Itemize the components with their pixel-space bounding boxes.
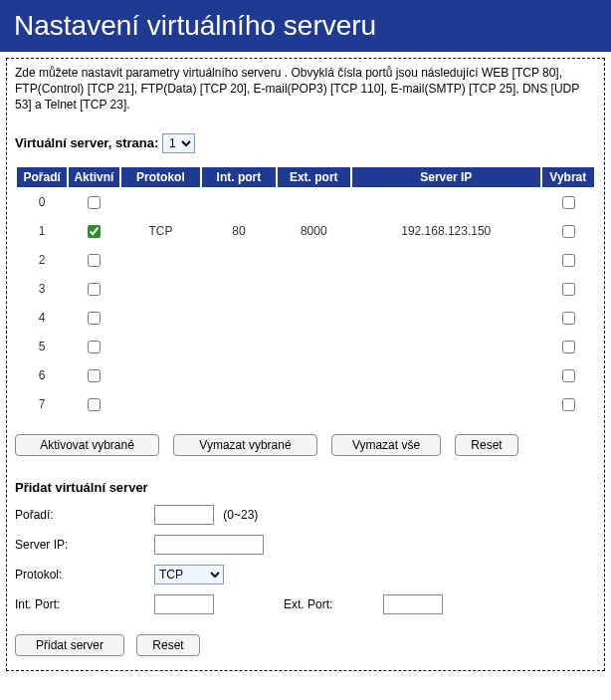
cell-int-port xyxy=(202,276,275,303)
page-select-label: Virtuální server, strana: xyxy=(15,135,158,150)
cell-server-ip xyxy=(352,305,540,332)
cell-index: 4 xyxy=(17,305,67,332)
add-buttons: Přidat server Reset xyxy=(15,634,596,656)
cell-protocol xyxy=(121,305,201,332)
cell-protocol xyxy=(121,276,201,303)
table-row: 5 xyxy=(17,334,594,360)
cell-server-ip xyxy=(352,189,540,216)
cell-server-ip xyxy=(352,247,540,274)
th-int-port: Int. port xyxy=(202,167,275,187)
cell-ext-port xyxy=(278,189,350,216)
cell-index: 3 xyxy=(17,276,67,303)
cell-index: 5 xyxy=(17,334,67,360)
content-panel: Zde můžete nastavit parametry virtuálníh… xyxy=(6,58,605,671)
select-checkbox[interactable] xyxy=(562,225,575,238)
table-row: 2 xyxy=(17,247,594,274)
ext-port-label: Ext. Port: xyxy=(284,597,383,611)
int-port-input[interactable] xyxy=(154,594,214,614)
page-select-row: Virtuální server, strana: 1 xyxy=(15,133,596,153)
cell-protocol xyxy=(121,189,201,216)
select-checkbox[interactable] xyxy=(562,369,575,382)
th-ext-port: Ext. port xyxy=(278,167,350,187)
select-checkbox[interactable] xyxy=(562,254,575,267)
add-server-button[interactable]: Přidat server xyxy=(15,634,124,656)
cell-index: 2 xyxy=(17,247,67,274)
active-checkbox[interactable] xyxy=(88,254,101,267)
clear-selected-button[interactable]: Vymazat vybrané xyxy=(173,434,317,456)
cell-ext-port xyxy=(278,247,350,274)
cell-int-port xyxy=(202,362,275,389)
cell-ext-port xyxy=(278,362,350,389)
protocol-select[interactable]: TCP xyxy=(154,565,224,584)
activate-selected-button[interactable]: Aktivovat vybrané xyxy=(15,434,159,456)
th-select: Vybrat xyxy=(542,167,594,187)
table-row: 0 xyxy=(17,189,594,216)
protocol-label: Protokol: xyxy=(15,568,154,582)
description-text: Zde můžete nastavit parametry virtuálníh… xyxy=(15,65,596,114)
active-checkbox[interactable] xyxy=(88,225,101,238)
select-checkbox[interactable] xyxy=(562,341,575,353)
cell-ext-port xyxy=(278,391,350,418)
cell-int-port xyxy=(202,189,275,216)
order-input[interactable] xyxy=(154,505,214,525)
cell-int-port xyxy=(202,247,275,274)
cell-ext-port xyxy=(278,334,350,360)
cell-int-port xyxy=(202,305,275,332)
table-row: 7 xyxy=(17,391,594,418)
cell-int-port xyxy=(202,334,275,360)
cell-server-ip xyxy=(352,334,540,360)
cell-index: 1 xyxy=(17,218,67,245)
cell-ext-port xyxy=(278,276,350,303)
select-checkbox[interactable] xyxy=(562,283,575,296)
th-active: Aktivní xyxy=(69,167,118,187)
cell-protocol xyxy=(121,391,201,418)
active-checkbox[interactable] xyxy=(88,341,101,353)
int-port-label: Int. Port: xyxy=(15,597,154,611)
cell-index: 7 xyxy=(17,391,67,418)
cell-server-ip xyxy=(352,391,540,418)
table-row: 4 xyxy=(17,305,594,332)
virtual-server-table: Pořadí Aktivní Protokol Int. port Ext. p… xyxy=(15,165,596,420)
active-checkbox[interactable] xyxy=(88,283,101,296)
reset-button[interactable]: Reset xyxy=(455,434,518,456)
select-checkbox[interactable] xyxy=(562,398,575,411)
reset-form-button[interactable]: Reset xyxy=(136,634,200,656)
cell-index: 6 xyxy=(17,362,67,389)
add-server-form: Pořadí: (0~23) Server IP: Protokol: TCP … xyxy=(15,505,596,614)
ext-port-input[interactable] xyxy=(383,594,443,614)
cell-index: 0 xyxy=(17,189,67,216)
cell-protocol xyxy=(121,334,201,360)
select-checkbox[interactable] xyxy=(562,196,575,209)
cell-int-port xyxy=(202,391,275,418)
cell-protocol xyxy=(121,247,201,274)
th-order: Pořadí xyxy=(17,167,67,187)
page-title: Nastavení virtuálního serveru xyxy=(0,0,611,52)
cell-server-ip xyxy=(352,362,540,389)
cell-ext-port xyxy=(278,305,350,332)
server-ip-label: Server IP: xyxy=(15,538,154,552)
server-ip-input[interactable] xyxy=(154,535,264,555)
add-server-title: Přidat virtuální server xyxy=(15,480,596,495)
cell-server-ip xyxy=(352,276,540,303)
cell-protocol xyxy=(121,362,201,389)
clear-all-button[interactable]: Vymazat vše xyxy=(331,434,441,456)
cell-protocol: TCP xyxy=(121,218,201,245)
cell-int-port: 80 xyxy=(202,218,275,245)
page-select[interactable]: 1 xyxy=(162,133,195,153)
table-row: 1TCP808000192.168.123.150 xyxy=(17,218,594,245)
active-checkbox[interactable] xyxy=(88,196,101,209)
active-checkbox[interactable] xyxy=(88,312,101,325)
th-protocol: Protokol xyxy=(121,167,201,187)
order-label: Pořadí: xyxy=(15,508,154,522)
cell-ext-port: 8000 xyxy=(278,218,350,245)
active-checkbox[interactable] xyxy=(88,398,101,411)
table-buttons: Aktivovat vybrané Vymazat vybrané Vymaza… xyxy=(15,434,596,456)
select-checkbox[interactable] xyxy=(562,312,575,325)
order-hint: (0~23) xyxy=(223,508,258,522)
table-row: 6 xyxy=(17,362,594,389)
table-row: 3 xyxy=(17,276,594,303)
cell-server-ip: 192.168.123.150 xyxy=(352,218,540,245)
active-checkbox[interactable] xyxy=(88,369,101,382)
th-server-ip: Server IP xyxy=(352,167,540,187)
